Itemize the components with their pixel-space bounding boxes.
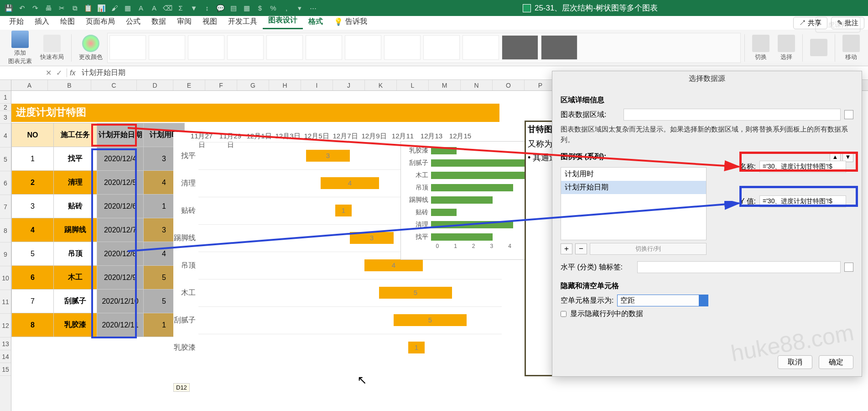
- select-all-corner[interactable]: [0, 80, 11, 90]
- currency-icon[interactable]: $: [256, 4, 264, 12]
- legend-series-list[interactable]: 计划用时 计划开始日期: [561, 167, 707, 240]
- style-thumb[interactable]: [188, 35, 224, 60]
- row-header[interactable]: 5: [0, 148, 11, 171]
- tab-layout[interactable]: 页面布局: [80, 15, 120, 29]
- undo-icon[interactable]: ↶: [18, 4, 26, 12]
- cut-icon[interactable]: ✂: [57, 4, 66, 12]
- style-thumb[interactable]: [306, 35, 342, 60]
- style-thumb[interactable]: [502, 35, 538, 60]
- row-header[interactable]: 6: [0, 171, 11, 195]
- style-thumb[interactable]: [345, 35, 381, 60]
- save-icon[interactable]: 💾: [5, 4, 13, 12]
- switch-rowcol-button[interactable]: 切换行/列: [590, 243, 707, 255]
- style-thumb[interactable]: [109, 35, 146, 60]
- dropdown-icon[interactable]: ▾: [296, 4, 304, 12]
- row-header[interactable]: 11: [0, 290, 11, 314]
- range-picker-icon[interactable]: [844, 110, 853, 119]
- eraser-icon[interactable]: ⌫: [163, 4, 172, 12]
- percent-icon[interactable]: %: [269, 4, 277, 12]
- grid-icon[interactable]: ▦: [243, 4, 251, 12]
- row-header[interactable]: 13: [0, 337, 11, 350]
- col-header[interactable]: A: [11, 80, 48, 90]
- col-header[interactable]: C: [91, 80, 137, 90]
- fx-icon[interactable]: fx: [67, 69, 78, 77]
- paste-icon[interactable]: 📋: [84, 4, 92, 12]
- switch-row-col[interactable]: 切换: [748, 34, 773, 62]
- style-thumb[interactable]: [266, 35, 303, 60]
- freeze-icon[interactable]: ▤: [229, 4, 238, 12]
- legend-series-item[interactable]: 计划用时: [561, 168, 706, 181]
- xaxis-input[interactable]: [637, 261, 841, 273]
- col-header[interactable]: E: [173, 80, 205, 90]
- row-header[interactable]: 9: [0, 242, 11, 266]
- tab-developer[interactable]: 开发工具: [223, 15, 263, 29]
- col-header[interactable]: J: [333, 80, 365, 90]
- col-header[interactable]: O: [493, 80, 525, 90]
- col-header[interactable]: G: [237, 80, 269, 90]
- col-header[interactable]: D: [137, 80, 173, 90]
- chart-range-input[interactable]: [624, 109, 841, 121]
- tab-chart-design[interactable]: 图表设计: [263, 14, 303, 29]
- font-icon[interactable]: A: [137, 4, 145, 12]
- move-chart[interactable]: 移动: [839, 34, 863, 62]
- table-icon[interactable]: ▦: [124, 4, 132, 12]
- confirm-icon[interactable]: ✓: [56, 68, 62, 77]
- style-thumb[interactable]: [541, 35, 577, 60]
- style-thumb[interactable]: [384, 35, 421, 60]
- tab-home[interactable]: 开始: [4, 15, 29, 29]
- sort-icon[interactable]: ↕: [203, 4, 211, 12]
- row-header[interactable]: 2: [0, 104, 11, 111]
- remove-series-button[interactable]: −: [575, 243, 587, 254]
- legend-series-item[interactable]: 计划开始日期: [561, 181, 706, 194]
- tab-draw[interactable]: 绘图: [55, 15, 80, 29]
- col-header[interactable]: F: [205, 80, 237, 90]
- chart-icon[interactable]: 📊: [97, 4, 105, 12]
- row-header[interactable]: 8: [0, 219, 11, 242]
- row-header[interactable]: 1: [0, 91, 11, 104]
- print-icon[interactable]: 🖶: [44, 4, 52, 12]
- row-header[interactable]: 14: [0, 350, 11, 363]
- col-header[interactable]: L: [397, 80, 429, 90]
- style-thumb[interactable]: [463, 35, 499, 60]
- col-header[interactable]: B: [48, 80, 91, 90]
- sum-icon[interactable]: Σ: [177, 4, 185, 12]
- row-header[interactable]: 3: [0, 111, 11, 124]
- show-hidden-checkbox[interactable]: [561, 311, 567, 317]
- ok-button[interactable]: 确定: [819, 355, 853, 369]
- style-thumb[interactable]: [227, 35, 264, 60]
- col-header[interactable]: I: [301, 80, 333, 90]
- redo-icon[interactable]: ↷: [31, 4, 39, 12]
- tab-formulas[interactable]: 公式: [120, 15, 146, 29]
- more-icon[interactable]: ⋯: [309, 4, 317, 12]
- style-thumb[interactable]: [423, 35, 460, 60]
- change-color[interactable]: 更改颜色: [75, 34, 106, 62]
- col-header[interactable]: M: [429, 80, 461, 90]
- row-header[interactable]: 15: [0, 363, 11, 376]
- empty-cells-select[interactable]: 空距: [617, 295, 708, 306]
- style-thumb[interactable]: [149, 35, 185, 60]
- col-header[interactable]: K: [365, 80, 397, 90]
- comma-icon[interactable]: ,: [282, 4, 291, 12]
- row-header[interactable]: 7: [0, 195, 11, 219]
- tab-view[interactable]: 视图: [197, 15, 223, 29]
- col-header[interactable]: N: [461, 80, 493, 90]
- legend-chart[interactable]: 乳胶漆 刮腻子 木工 吊顶 踢脚线 贴砖 清理 找平 012345: [400, 141, 537, 260]
- tab-review[interactable]: 审阅: [172, 15, 197, 29]
- paint-icon[interactable]: 🖌: [110, 4, 119, 12]
- add-chart-element[interactable]: 添加 图表元素: [5, 30, 36, 66]
- comment-icon[interactable]: 💬: [216, 4, 224, 12]
- add-series-button[interactable]: +: [561, 243, 572, 254]
- row-header[interactable]: 12: [0, 314, 11, 337]
- col-header[interactable]: H: [269, 80, 301, 90]
- copy-icon[interactable]: ⧉: [71, 4, 79, 12]
- row-header[interactable]: 10: [0, 266, 11, 290]
- select-data[interactable]: 选择: [774, 34, 799, 62]
- chart-styles-gallery[interactable]: [107, 33, 741, 63]
- tab-data[interactable]: 数据: [146, 15, 172, 29]
- tell-me[interactable]: 💡 告诉我: [328, 15, 373, 29]
- row-header[interactable]: 4: [0, 124, 11, 148]
- change-type[interactable]: [806, 38, 831, 58]
- tab-format[interactable]: 格式: [303, 15, 328, 29]
- quick-layout[interactable]: 快速布局: [36, 34, 68, 62]
- tab-insert[interactable]: 插入: [29, 15, 55, 29]
